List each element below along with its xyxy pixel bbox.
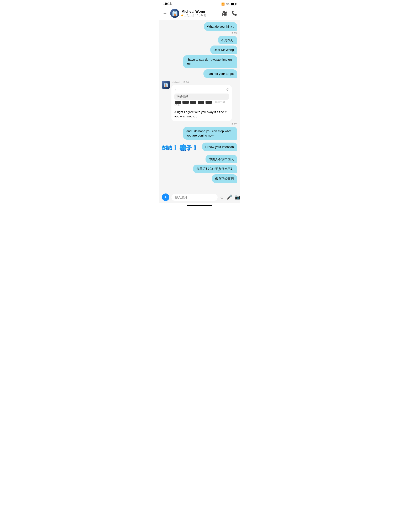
contact-info: Micheal Wong 上次上线: 15 小时前 (181, 10, 220, 17)
home-bar (187, 205, 212, 206)
message-row: and i do hope you can stop what you are … (183, 127, 237, 140)
network-type: 5G (226, 2, 229, 6)
message-row: I am not your target (203, 70, 237, 78)
message-row: 你英语那么好干点什么不好 (193, 165, 237, 173)
timestamp-1735: 17:35 (162, 32, 237, 35)
sender-name-time: Micheal，17:36 (171, 81, 232, 84)
home-indicator (159, 203, 240, 207)
sent-bubble: 不是很好 (218, 36, 237, 44)
reply-bubble: ☺ ↩ 不是很好 ，星期二 的 17:35 Alright I agree wi… (171, 85, 232, 121)
header-icons: 🎥 📞 (222, 11, 237, 16)
sent-bubble: I am not your target (203, 70, 237, 78)
message-row: 做点正经事吧 (212, 174, 237, 183)
online-dot (181, 14, 183, 16)
sent-bubble: i know your intention (202, 143, 237, 151)
battery-icon (231, 3, 236, 5)
received-message-text: Alright I agree with you okay it's fine … (174, 110, 229, 119)
sent-group-bottom: 中国人不骗中国人 你英语那么好干点什么不好 做点正经事吧 (162, 155, 237, 184)
input-icons: ☺ 🎤 📷 (220, 195, 240, 200)
add-button[interactable]: + (162, 193, 169, 201)
sent-bubble: Dear Mr Wong (210, 45, 237, 54)
sent-group-1735: 不是很好 Dear Mr Wong I have to say don't wa… (162, 36, 237, 79)
message-row: I have to say don't waste time on me. (183, 55, 237, 68)
sent-group-1737: and i do hope you can stop what you are … (162, 127, 237, 141)
divider (174, 108, 229, 108)
reply-icon: ↩ (174, 88, 229, 92)
camera-button[interactable]: 📷 (235, 195, 240, 200)
quoted-meta: ，星期二 的 17:35 (174, 101, 229, 106)
sender-avatar (162, 81, 170, 89)
signal-icon: 📶 (221, 2, 225, 6)
sent-bubble: What do you think . (204, 22, 237, 31)
redacted-1 (175, 101, 181, 104)
emoji-reaction: ☺ (226, 87, 230, 92)
sent-bubble: I have to say don't waste time on me. (183, 55, 237, 68)
chat-header: ← Micheal Wong 上次上线: 15 小时前 🎥 📞 (159, 7, 240, 20)
emoji-button[interactable]: ☺ (220, 195, 224, 200)
sticker-and-messages: 886！ 骗子！ i know your intention (162, 143, 237, 153)
contact-name: Micheal Wong (181, 10, 220, 14)
message-input[interactable] (171, 194, 218, 201)
video-call-icon[interactable]: 🎥 (222, 11, 227, 16)
redacted-3 (190, 101, 196, 104)
status-icons: 📶 5G (221, 2, 236, 6)
sticker-label: 886！ 骗子！ (162, 144, 198, 152)
voice-call-icon[interactable]: 📞 (232, 11, 237, 16)
status-time: 10:16 (163, 2, 172, 6)
sent-bubble: 做点正经事吧 (212, 174, 237, 183)
sent-group-sticker-row: i know your intention (202, 143, 237, 152)
message-row: i know your intention (202, 143, 237, 151)
redacted-5 (206, 101, 212, 104)
sent-bubble: 你英语那么好干点什么不好 (193, 165, 237, 173)
sent-bubble: and i do hope you can stop what you are … (183, 127, 237, 140)
contact-avatar (170, 9, 179, 18)
message-row: 中国人不骗中国人 (206, 155, 237, 163)
redacted-4 (198, 101, 204, 104)
sticker-container: 886！ 骗子！ (162, 143, 198, 153)
voice-button[interactable]: 🎤 (227, 195, 232, 200)
redacted-2 (183, 101, 189, 104)
status-bar: 10:16 📶 5G (159, 0, 240, 7)
contact-status: 上次上线: 15 小时前 (181, 14, 220, 17)
chat-area: What do you think . 17:35 不是很好 Dear Mr W… (159, 20, 240, 191)
quoted-text: 不是很好 (174, 94, 229, 100)
back-button[interactable]: ← (162, 10, 168, 17)
message-row: Dear Mr Wong (210, 45, 237, 54)
received-message-row: Micheal，17:36 ☺ ↩ 不是很好 ，星期二 的 17:35 Alri… (162, 81, 237, 121)
sent-bubble: 中国人不骗中国人 (206, 155, 237, 163)
message-row: 不是很好 (218, 36, 237, 44)
message-row: What do you think . (162, 22, 237, 31)
received-content: Micheal，17:36 ☺ ↩ 不是很好 ，星期二 的 17:35 Alri… (171, 81, 232, 121)
last-seen-text: 上次上线: 15 小时前 (184, 14, 206, 17)
input-bar: + ☺ 🎤 📷 (159, 191, 240, 203)
timestamp-1737: 17:37 (162, 123, 237, 126)
